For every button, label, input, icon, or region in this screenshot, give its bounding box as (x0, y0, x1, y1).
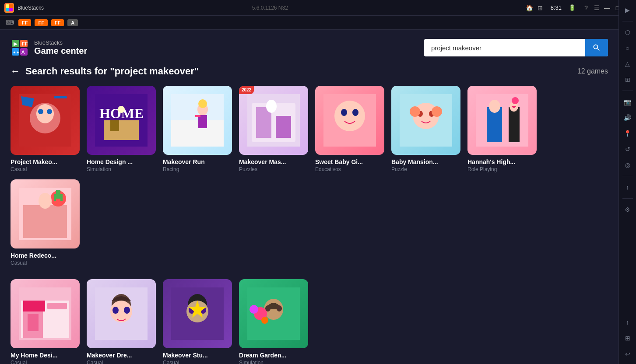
game-image-home-redeco (11, 179, 80, 248)
game-name-sweet-baby: Sweet Baby Gi... (315, 158, 384, 165)
game-card-dream-garden[interactable]: Dream Garden... Simulation (239, 279, 308, 364)
keyboard-icon[interactable]: ⌨ (4, 18, 15, 28)
svg-point-34 (266, 100, 277, 113)
sidebar-up-icon[interactable]: ↑ (621, 316, 634, 329)
battery-icon: 🔋 (569, 4, 576, 11)
brand-area: ▶ FF ✦✦ A BlueStacks Game center (11, 38, 87, 57)
sidebar-divider-1 (622, 21, 633, 21)
game-card-home-design[interactable]: HOME Home Design ... Simulation (87, 86, 156, 172)
sidebar-settings-icon[interactable]: ⚙ (621, 203, 634, 216)
game-category-home-redeco: Casual (11, 260, 80, 266)
svg-text:A: A (21, 49, 25, 55)
tab-ff2[interactable]: FF (35, 19, 47, 26)
svg-point-38 (341, 109, 347, 116)
svg-point-23 (118, 106, 125, 113)
game-name-home-design: Home Design ... (87, 158, 156, 165)
svg-point-58 (39, 193, 52, 209)
game-thumb-makeover-mas: 2022 (239, 86, 308, 155)
sidebar-location-icon[interactable]: 📍 (621, 127, 634, 140)
sidebar-sound-icon[interactable]: 🔊 (621, 111, 634, 124)
sidebar-refresh-icon[interactable]: ↺ (621, 143, 634, 156)
tab-ff3[interactable]: FF (51, 19, 64, 26)
back-button[interactable]: ← (11, 66, 20, 77)
sidebar-triangle-icon[interactable]: △ (621, 57, 634, 70)
brand-text: BlueStacks Game center (34, 39, 87, 56)
question-icon[interactable]: ? (583, 4, 590, 11)
brand-title: Game center (34, 46, 87, 56)
game-card-makeover-run[interactable]: Makeover Run Racing (163, 86, 232, 172)
game-image-makeover-dre (87, 279, 156, 348)
game-category-makeover-run: Racing (163, 166, 232, 172)
tab-a[interactable]: A (67, 19, 78, 26)
game-image-home-design: HOME (87, 86, 156, 155)
toolbar: ⌨ FF FF FF A (0, 16, 636, 30)
game-name-project-makeover: Project Makeo... (11, 158, 80, 165)
sidebar-target-icon[interactable]: ◎ (621, 158, 634, 172)
game-category-baby-mansion: Puzzle (391, 166, 460, 172)
game-image-hannahs (467, 86, 537, 155)
game-image-makeover-stu (163, 279, 232, 348)
svg-rect-28 (195, 115, 200, 117)
game-thumb-hannahs (467, 86, 537, 155)
game-card-makeover-stu[interactable]: Makeover Stu... Casual (163, 279, 232, 364)
game-image-dream-garden (239, 279, 308, 348)
svg-rect-56 (54, 194, 56, 201)
tab-ff1[interactable]: FF (18, 19, 31, 26)
game-card-hannahs[interactable]: Hannah's High... Role Playing (467, 86, 537, 172)
layout-icon[interactable]: ⊞ (537, 4, 544, 11)
svg-point-39 (352, 109, 358, 116)
games-grid-row1: Project Makeo... Casual HOME Home Design… (11, 86, 608, 266)
svg-text:✦✦: ✦✦ (13, 50, 20, 55)
svg-point-48 (489, 100, 500, 113)
game-image-makeover-mas: 2022 (239, 86, 308, 155)
svg-rect-3 (9, 8, 13, 11)
game-card-makeover-mas[interactable]: 2022 Makeover Mas... Puzzles (239, 86, 308, 172)
results-header: ← Search results for "project makeover" … (11, 66, 608, 77)
search-input[interactable] (424, 40, 585, 56)
game-name-baby-mansion: Baby Mansion... (391, 158, 460, 165)
game-card-baby-mansion[interactable]: Baby Mansion... Puzzle (391, 86, 460, 172)
svg-point-29 (198, 99, 207, 108)
search-button[interactable] (585, 39, 608, 56)
game-thumb-makeover-run (163, 86, 232, 155)
svg-point-79 (277, 305, 282, 312)
sidebar-expand-icon[interactable]: ▶ (621, 4, 634, 17)
game-name-dream-garden: Dream Garden... (239, 352, 308, 359)
search-bar (424, 39, 608, 56)
sidebar-home-icon[interactable]: ⊞ (621, 332, 634, 345)
game-card-home-redeco[interactable]: Home Redeco... Casual (11, 179, 80, 266)
results-title: Search results for "project makeover" (25, 66, 199, 77)
home-icon[interactable]: 🏠 (526, 4, 533, 11)
svg-point-45 (432, 106, 442, 117)
game-card-my-home[interactable]: My Home Desi... Casual (11, 279, 80, 364)
menu-icon[interactable]: ☰ (593, 4, 600, 11)
svg-rect-33 (276, 116, 291, 138)
game-image-makeover-run (163, 86, 232, 155)
sidebar-divider-4 (622, 198, 633, 199)
sidebar-grid-icon[interactable]: ⊞ (621, 73, 634, 86)
minimize-icon[interactable]: — (604, 4, 611, 11)
svg-rect-64 (23, 301, 45, 312)
game-name-makeover-stu: Makeover Stu... (163, 352, 232, 359)
sidebar-back-icon[interactable]: ↩ (621, 347, 634, 360)
sidebar-resize-icon[interactable]: ↕ (621, 181, 634, 194)
svg-point-44 (410, 106, 420, 117)
sidebar-circle-icon[interactable]: ○ (621, 42, 634, 55)
game-name-home-redeco: Home Redeco... (11, 252, 80, 259)
game-category-makeover-dre: Casual (87, 360, 156, 364)
svg-text:FF: FF (22, 41, 28, 46)
game-card-sweet-baby[interactable]: Sweet Baby Gi... Educativos (315, 86, 384, 172)
svg-rect-1 (9, 4, 13, 8)
game-card-makeover-dre[interactable]: Makeover Dre... Casual (87, 279, 156, 364)
game-thumb-home-redeco (11, 179, 80, 248)
sidebar-hexagon-icon[interactable]: ⬡ (621, 26, 634, 39)
game-image-my-home (11, 279, 80, 348)
svg-rect-0 (6, 4, 9, 8)
svg-point-16 (38, 109, 43, 114)
sidebar-camera-icon[interactable]: 📷 (621, 95, 634, 108)
game-card-project-makeover[interactable]: Project Makeo... Casual (11, 86, 80, 172)
right-sidebar: ▶ ⬡ ○ △ ⊞ 📷 🔊 📍 ↺ ◎ ↕ ⚙ ↑ ⊞ ↩ (618, 0, 636, 364)
badge-2022: 2022 (239, 86, 254, 94)
game-category-my-home: Casual (11, 360, 80, 364)
svg-point-15 (36, 104, 54, 123)
